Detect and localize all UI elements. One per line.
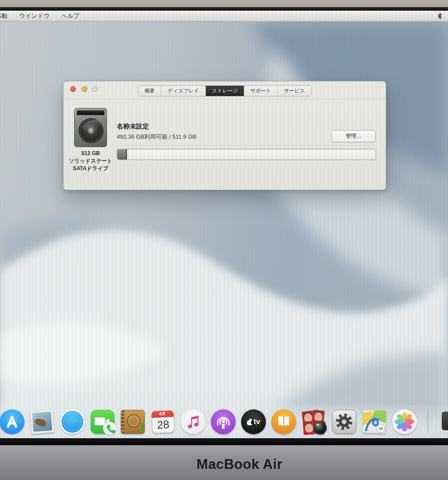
tab-service[interactable]: サービス xyxy=(278,86,311,96)
gear-icon xyxy=(332,410,356,434)
tab-overview[interactable]: 概要 xyxy=(139,86,162,96)
close-button[interactable] xyxy=(70,86,76,92)
drive-type-line1: ソリッドステート xyxy=(66,157,115,165)
laptop-display: 移動 ウインドウ ヘルプ xyxy=(0,11,448,438)
contacts-icon xyxy=(121,410,145,434)
tab-support[interactable]: サポート xyxy=(244,86,278,96)
device-label: MacBook Air xyxy=(0,456,448,472)
volume-availability: 492.36 GB利用可能 / 511.9 GB xyxy=(117,133,196,141)
dock-item-contacts[interactable] xyxy=(120,409,146,435)
photo-booth-icon xyxy=(302,410,326,434)
maps-icon: 10 xyxy=(362,410,386,434)
dock-item-photos[interactable] xyxy=(392,409,417,435)
dock-item-photo-booth[interactable] xyxy=(301,409,327,435)
menu-bar: 移動 ウインドウ ヘルプ xyxy=(0,11,448,21)
screen-bezel-bottom xyxy=(0,438,448,445)
dock-item-books[interactable] xyxy=(271,409,297,435)
desktop: 概要 ディスプレイ ストレージ サポート サービス 512 GB xyxy=(0,22,448,438)
apple-tv-icon: tv xyxy=(241,409,266,434)
screen-bezel-top xyxy=(0,7,448,11)
window-titlebar[interactable]: 概要 ディスプレイ ストレージ サポート サービス xyxy=(63,81,386,99)
minimize-button[interactable] xyxy=(82,86,87,92)
about-tabs: 概要 ディスプレイ ストレージ サポート サービス xyxy=(138,85,312,96)
camera-lens-icon xyxy=(313,421,327,435)
dock: 6月 28 xyxy=(0,409,417,435)
podcasts-icon xyxy=(211,409,236,434)
zoom-button-disabled xyxy=(92,86,98,92)
calendar-icon: 6月 28 xyxy=(151,410,175,434)
safari-icon xyxy=(60,409,85,434)
apple-tv-text: tv xyxy=(254,417,260,426)
storage-bar-used xyxy=(117,149,127,160)
books-icon xyxy=(271,409,296,434)
dock-item-apple-tv[interactable]: tv xyxy=(241,409,266,435)
tab-storage[interactable]: ストレージ xyxy=(206,86,244,96)
app-store-icon xyxy=(0,409,24,434)
about-this-mac-window: 概要 ディスプレイ ストレージ サポート サービス 512 GB xyxy=(63,81,386,190)
photo-environment-strip xyxy=(0,0,448,7)
dock-item-app-store[interactable] xyxy=(0,409,25,435)
dock-item-safari[interactable] xyxy=(59,409,85,435)
drive-label: 512 GB ソリッドステート SATAドライブ xyxy=(66,150,115,172)
dock-item-calendar[interactable]: 6月 28 xyxy=(150,409,176,435)
music-icon xyxy=(181,409,206,434)
bluetooth-icon[interactable] xyxy=(437,12,443,20)
dock-item-mail[interactable] xyxy=(29,409,55,435)
laptop-deck: MacBook Air xyxy=(0,445,448,480)
menu-item-go[interactable]: 移動 xyxy=(0,12,8,20)
storage-pane: 512 GB ソリッドステート SATAドライブ 名称未設定 492.36 GB… xyxy=(63,99,386,190)
manage-button[interactable]: 管理... xyxy=(331,130,376,142)
drive-capacity: 512 GB xyxy=(66,150,115,157)
dock-item-podcasts[interactable] xyxy=(210,409,236,435)
menu-item-help[interactable]: ヘルプ xyxy=(60,12,80,20)
apple-logo-icon xyxy=(247,419,253,425)
dock-item-partial[interactable] xyxy=(442,412,448,430)
dock-item-system-preferences[interactable] xyxy=(331,409,357,435)
calendar-day: 28 xyxy=(152,417,175,433)
dock-item-maps[interactable]: 10 xyxy=(361,409,387,435)
mail-icon xyxy=(30,409,55,434)
dock-item-facetime[interactable] xyxy=(90,409,115,435)
drive-type-line2: SATAドライブ xyxy=(66,165,115,172)
hard-disk-icon xyxy=(74,108,107,147)
storage-bar xyxy=(117,149,376,160)
dock-item-music[interactable] xyxy=(180,409,206,435)
dock-separator xyxy=(428,409,428,433)
menu-item-window[interactable]: ウインドウ xyxy=(18,12,51,20)
facetime-icon xyxy=(91,410,115,434)
volume-name: 名称未設定 xyxy=(117,122,149,131)
photos-icon xyxy=(392,409,417,434)
tab-displays[interactable]: ディスプレイ xyxy=(162,86,206,96)
phone-handset-icon xyxy=(103,422,116,435)
